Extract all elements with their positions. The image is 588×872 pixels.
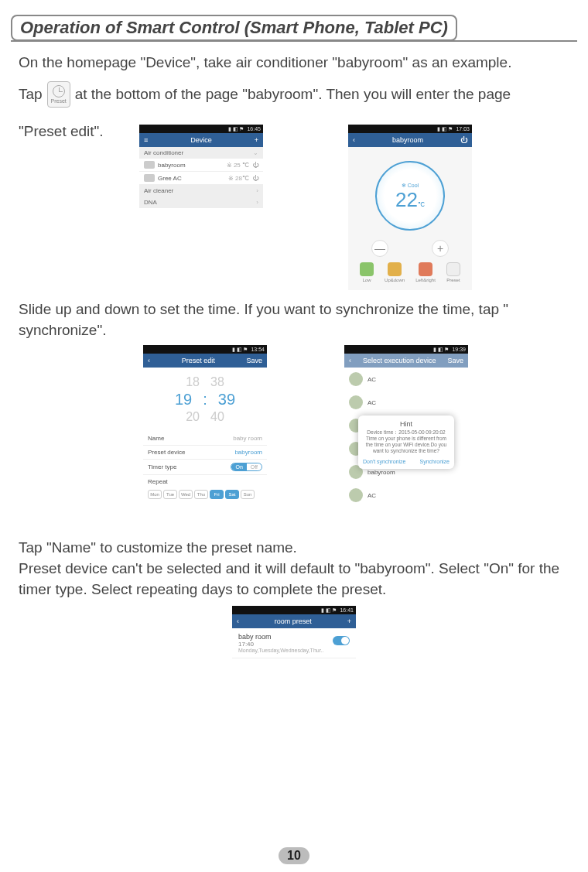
instruction-p5: Preset device can't be selected and it w… (19, 559, 569, 600)
status-icons: ▮ ◧ ⚑ (433, 347, 450, 353)
instruction-p2-row: Tap Preset at the bottom of the page "ba… (19, 81, 569, 108)
value: babyroom (234, 449, 262, 456)
status-time: 17:03 (456, 126, 470, 132)
sync-button[interactable]: Synchronize (419, 459, 450, 464)
increase-button[interactable]: + (432, 240, 449, 257)
dialog-line1: Device time：2015-05-00 09:20:02 (363, 429, 450, 436)
bottom-icon-updown[interactable]: Up&down (385, 262, 405, 282)
device-row-babyroom[interactable]: babyroom ※ 25 ℃⏻ (139, 159, 263, 172)
on-off-toggle[interactable]: OnOff (231, 463, 262, 471)
toggle-off[interactable]: Off (247, 463, 262, 470)
icon-label: Preset (446, 278, 460, 282)
day-sat[interactable]: Sat (225, 490, 239, 499)
label: Repeat (148, 478, 168, 485)
power-icon[interactable]: ⏻ (252, 175, 258, 182)
bottom-icon-leftright[interactable]: Left&right (415, 262, 436, 282)
section-title-bar: Operation of Smart Control (Smart Phone,… (11, 14, 577, 42)
chevron-right-icon[interactable]: › (256, 187, 258, 194)
section-ac: Air conditioner (144, 149, 183, 156)
plus-icon[interactable]: + (255, 136, 258, 144)
value: baby room (233, 435, 262, 442)
dont-sync-button[interactable]: Don't synchronize (363, 459, 405, 464)
dialog-line2: Time on your phone is different from the… (363, 436, 450, 453)
status-icons: ▮ ◧ ⚑ (228, 126, 244, 132)
day-sun[interactable]: Sun (241, 490, 255, 499)
temperature-unit: ℃ (418, 201, 425, 208)
device-row: AC (344, 368, 468, 391)
screenshot-device-list: ▮ ◧ ⚑16:45 ≡ Device + Air conditioner⌄ b… (139, 125, 263, 290)
device-temp: ※ 25 ℃ (227, 162, 249, 169)
label: Timer type (148, 463, 177, 470)
icon-label: Low (363, 278, 371, 282)
status-icons: ▮ ◧ ⚑ (232, 347, 248, 353)
instruction-p3: Slide up and down to set the time. If yo… (19, 299, 569, 340)
preset-entry[interactable]: baby room 17:40 Monday,Tuesday,Wednesday… (232, 628, 356, 658)
label: Preset device (148, 449, 185, 456)
day-tue[interactable]: Tue (163, 490, 177, 499)
chevron-right-icon[interactable]: › (256, 199, 258, 206)
temperature-dial: ❄ Cool 22℃ (375, 161, 445, 231)
day-fri[interactable]: Fri (210, 490, 224, 499)
appbar-title: babyroom (355, 136, 460, 144)
device-name: babyroom (158, 162, 186, 169)
icon-label: Up&down (385, 278, 405, 282)
plus-icon[interactable]: + (347, 617, 351, 625)
device-row: AC (344, 391, 468, 414)
screenshot-room-preset: ▮ ◧ ⚑16:41 ‹ room preset + baby room 17:… (232, 606, 356, 783)
status-time: 16:45 (247, 126, 261, 132)
time-h: 20 (186, 410, 200, 424)
bottom-icon-preset[interactable]: Preset (446, 262, 460, 282)
power-icon[interactable]: ⏻ (252, 162, 258, 169)
dialog-title: Hint (363, 420, 450, 428)
chevron-down-icon[interactable]: ⌄ (253, 149, 258, 156)
preset-icon: Preset (47, 81, 70, 108)
toggle-on[interactable]: On (231, 463, 246, 470)
status-icons: ▮ ◧ ⚑ (321, 607, 337, 614)
device-temp: ※ 28℃ (228, 175, 249, 182)
power-icon[interactable]: ⏻ (460, 136, 467, 144)
temperature-value: 22 (395, 188, 418, 211)
device-row-gree[interactable]: Gree AC ※ 28℃⏻ (139, 172, 263, 185)
device-name: Gree AC (158, 175, 182, 182)
appbar-title: room preset (239, 617, 347, 625)
day-wed[interactable]: Wed (179, 490, 193, 499)
save-button[interactable]: Save (246, 357, 262, 364)
day-thu[interactable]: Thu (194, 490, 208, 499)
instruction-p4: Tap "Name" to customize the preset name. (19, 538, 569, 559)
hint-dialog: Hint Device time：2015-05-00 09:20:02 Tim… (358, 415, 454, 468)
status-icons: ▮ ◧ ⚑ (437, 126, 453, 132)
icon-label: Left&right (415, 278, 436, 282)
row-timer-type[interactable]: Timer type OnOff (143, 460, 267, 475)
save-button[interactable]: Save (447, 357, 463, 364)
screenshots-row-2: ▮ ◧ ⚑13:54 ‹ Preset edit Save 1838 19:39… (143, 345, 588, 530)
time-h-sel: 19 (175, 391, 192, 409)
entry-days: Monday,Tuesday,Wednesday,Thur.. (238, 648, 350, 653)
row-preset-device: Preset devicebabyroom (143, 446, 267, 460)
day-selector[interactable]: MonTueWedThuFriSatSun (143, 490, 267, 504)
time-m: 40 (210, 410, 224, 424)
screenshots-row-1: ▮ ◧ ⚑16:45 ≡ Device + Air conditioner⌄ b… (139, 125, 588, 290)
screenshot-babyroom: ▮ ◧ ⚑17:03 ‹ babyroom ⏻ ❄ Cool 22℃ — + L… (348, 125, 472, 290)
time-m-sel: 39 (218, 391, 235, 409)
time-m: 38 (210, 375, 224, 389)
page-number: 10 (279, 847, 309, 864)
decrease-button[interactable]: — (371, 240, 388, 257)
instruction-p2b: at the bottom of the page "babyroom". Th… (75, 86, 511, 103)
section-dna: DNA (144, 199, 157, 206)
instruction-p2a: Tap (19, 86, 43, 103)
instruction-p1: On the homepage "Device", take air condi… (19, 53, 569, 74)
label: Name (148, 435, 164, 442)
entry-toggle[interactable] (333, 636, 350, 645)
device-thumb-icon (144, 174, 155, 182)
screenshot-preset-edit: ▮ ◧ ⚑13:54 ‹ Preset edit Save 1838 19:39… (143, 345, 267, 530)
device-row: AC (344, 484, 468, 507)
screenshots-row-3: ▮ ◧ ⚑16:41 ‹ room preset + baby room 17:… (0, 606, 588, 783)
status-time: 16:41 (340, 607, 354, 613)
bottom-icon-low[interactable]: Low (360, 262, 374, 282)
clock-icon (53, 85, 65, 97)
status-time: 13:54 (251, 347, 265, 352)
day-mon[interactable]: Mon (148, 490, 162, 499)
row-name[interactable]: Namebaby room (143, 432, 267, 446)
device-thumb-icon (144, 161, 155, 169)
time-picker[interactable]: 1838 19:39 2040 (143, 368, 267, 432)
